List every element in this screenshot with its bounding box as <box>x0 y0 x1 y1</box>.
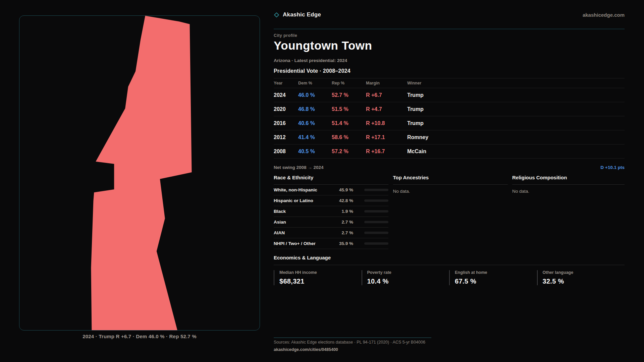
cell-year: 2008 <box>274 148 298 155</box>
race-value: 42.8 % <box>330 198 353 203</box>
cell-dem: 46.0 % <box>298 92 332 98</box>
race-bar-track <box>364 199 388 202</box>
cell-winner: Trump <box>407 106 625 112</box>
col-header-margin: Margin <box>366 81 407 85</box>
cell-dem: 40.6 % <box>298 120 332 126</box>
col-header-dem: Dem % <box>298 81 332 85</box>
stat-value: $68,321 <box>279 278 362 285</box>
col-header-year: Year <box>274 81 298 85</box>
header-divider <box>274 29 625 29</box>
cell-year: 2024 <box>274 92 298 98</box>
race-label: Hispanic or Latino <box>274 198 330 203</box>
race-row: Black 1.9 % <box>274 206 388 217</box>
city-map-panel <box>19 15 260 330</box>
city-boundary-shape <box>91 16 192 330</box>
profile-panel: Akashic Edge akashicedge.com City profil… <box>274 0 625 362</box>
cell-margin: R +6.7 <box>366 92 407 98</box>
presidential-vote-table: Year Dem % Rep % Margin Winner 2024 46.0… <box>274 78 625 159</box>
cell-dem: 40.5 % <box>298 148 332 155</box>
table-row: 2016 40.6 % 51.4 % R +10.8 Trump <box>274 116 625 130</box>
cell-margin: R +17.1 <box>366 134 407 140</box>
cell-year: 2012 <box>274 134 298 140</box>
religion-section-heading: Religious Composition <box>512 175 625 185</box>
stat-label: Poverty rate <box>367 270 449 275</box>
brand-diamond-icon <box>274 12 279 17</box>
brand-name: Akashic Edge <box>283 11 321 18</box>
race-bar-track <box>364 221 388 223</box>
col-header-winner: Winner <box>407 81 625 85</box>
cell-dem: 46.8 % <box>298 106 332 112</box>
net-swing-label: Net swing 2008 → 2024 <box>274 165 324 170</box>
stat-label: Other language <box>543 270 625 275</box>
race-label: White, non-Hispanic <box>274 187 330 192</box>
page-title: Youngtown Town <box>274 39 372 52</box>
race-label: AIAN <box>274 230 330 235</box>
table-row: 2020 46.8 % 51.5 % R +4.7 Trump <box>274 102 625 116</box>
table-header-row: Year Dem % Rep % Margin Winner <box>274 78 625 88</box>
cell-winner: McCain <box>407 148 625 155</box>
col-header-rep: Rep % <box>332 81 366 85</box>
sources-text: Sources: Akashic Edge elections database… <box>274 340 425 345</box>
race-row: AIAN 2.7 % <box>274 228 388 238</box>
race-value: 45.9 % <box>330 187 353 192</box>
cell-year: 2020 <box>274 106 298 112</box>
race-label: Black <box>274 209 330 214</box>
cell-winner: Trump <box>407 120 625 126</box>
religion-section: Religious Composition No data. <box>512 175 625 249</box>
page-subtitle: Arizona · Latest presidential: 2024 <box>274 58 347 63</box>
stat-value: 32.5 % <box>543 278 625 285</box>
permalink-text: akashicedge.com/cities/0485400 <box>274 347 338 352</box>
race-value: 2.7 % <box>330 230 353 235</box>
stat-label: Median HH income <box>279 270 362 275</box>
race-section-heading: Race & Ethnicity <box>274 175 388 185</box>
stat-card: Median HH income $68,321 <box>274 270 362 285</box>
race-bar-track <box>364 232 388 234</box>
ancestries-empty-state: No data. <box>393 185 508 194</box>
table-row: 2012 41.4 % 58.6 % R +17.1 Romney <box>274 130 625 144</box>
race-row: Hispanic or Latino 42.8 % <box>274 195 388 206</box>
net-swing-row: Net swing 2008 → 2024 D +10.1 pts <box>274 165 625 170</box>
cell-rep: 57.2 % <box>332 148 366 155</box>
cell-dem: 41.4 % <box>298 134 332 140</box>
map-caption: 2024 · Trump R +6.7 · Dem 46.0 % · Rep 5… <box>19 334 260 339</box>
race-bar-track <box>364 242 388 245</box>
stat-label: English at home <box>455 270 537 275</box>
stat-card: English at home 67.5 % <box>449 270 537 285</box>
stat-value: 67.5 % <box>455 278 537 285</box>
race-value: 1.9 % <box>330 209 353 214</box>
cell-rep: 52.7 % <box>332 92 366 98</box>
stat-card: Other language 32.5 % <box>537 270 625 285</box>
ancestries-section: Top Ancestries No data. <box>393 175 508 249</box>
table-row: 2024 46.0 % 52.7 % R +6.7 Trump <box>274 88 625 102</box>
page-kicker: City profile <box>274 33 297 38</box>
economics-section-heading: Economics & Language <box>274 255 625 265</box>
city-boundary-map <box>19 16 260 330</box>
ancestries-section-heading: Top Ancestries <box>393 175 508 185</box>
economics-stats: Median HH income $68,321 Poverty rate 10… <box>274 270 625 285</box>
race-row: White, non-Hispanic 45.9 % <box>274 185 388 195</box>
net-swing-value: D +10.1 pts <box>600 165 625 170</box>
race-bar-track <box>364 210 388 213</box>
stat-card: Poverty rate 10.4 % <box>362 270 449 285</box>
race-ethnicity-section: Race & Ethnicity White, non-Hispanic 45.… <box>274 175 388 249</box>
cell-winner: Trump <box>407 92 625 98</box>
religion-empty-state: No data. <box>512 185 625 194</box>
race-label: NHPI / Two+ / Other <box>274 241 330 246</box>
cell-rep: 51.5 % <box>332 106 366 112</box>
stat-value: 10.4 % <box>367 278 449 285</box>
race-bar-track <box>364 189 388 191</box>
header: Akashic Edge akashicedge.com <box>274 11 625 18</box>
cell-margin: R +16.7 <box>366 148 407 155</box>
cell-winner: Romney <box>407 134 625 140</box>
race-value: 35.9 % <box>330 241 353 246</box>
vote-section-heading: Presidential Vote · 2008–2024 <box>274 68 351 74</box>
race-value: 2.7 % <box>330 220 353 225</box>
cell-year: 2016 <box>274 120 298 126</box>
footer-divider <box>274 338 431 338</box>
cell-rep: 51.4 % <box>332 120 366 126</box>
race-row: NHPI / Two+ / Other 35.9 % <box>274 238 388 249</box>
cell-margin: R +10.8 <box>366 120 407 126</box>
cell-margin: R +4.7 <box>366 106 407 112</box>
race-label: Asian <box>274 220 330 225</box>
brand-domain: akashicedge.com <box>583 12 625 18</box>
